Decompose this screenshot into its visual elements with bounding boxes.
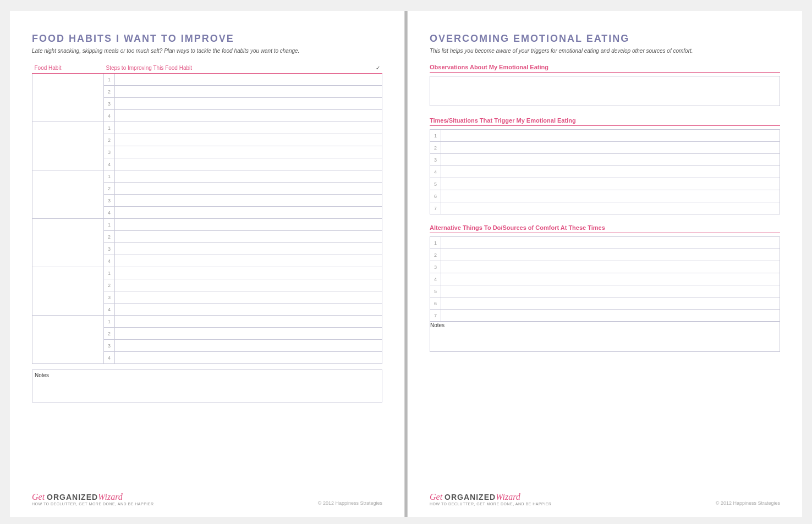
item-number: 2 bbox=[430, 249, 441, 261]
left-footer: Get Organized Wizard HOW TO DECLUTTER, G… bbox=[32, 492, 382, 506]
step-value bbox=[115, 304, 371, 316]
alternatives-label: Alternative Things To Do/Sources of Comf… bbox=[430, 224, 780, 233]
check-cell bbox=[371, 98, 382, 110]
check-cell bbox=[371, 340, 382, 352]
observations-label: Observations About My Emotional Eating bbox=[430, 64, 780, 73]
alternatives-section: Alternative Things To Do/Sources of Comf… bbox=[430, 224, 780, 352]
right-page: OVERCOMING EMOTIONAL EATING This list he… bbox=[408, 11, 802, 517]
step-number: 2 bbox=[104, 134, 115, 146]
item-value bbox=[441, 130, 780, 142]
step-value bbox=[115, 255, 371, 267]
step-number: 3 bbox=[104, 98, 115, 110]
step-number: 3 bbox=[104, 243, 115, 255]
table-row: 1 bbox=[32, 170, 382, 183]
right-notes-section: Notes bbox=[430, 322, 780, 352]
step-number: 1 bbox=[104, 122, 115, 134]
list-item: 6 bbox=[430, 190, 780, 202]
step-value bbox=[115, 170, 371, 183]
food-habits-table: Food Habit Steps to Improving This Food … bbox=[32, 64, 382, 364]
left-logo-tagline: HOW TO DECLUTTER, GET MORE DONE, AND BE … bbox=[32, 502, 153, 506]
check-cell bbox=[371, 267, 382, 279]
list-item: 1 bbox=[430, 130, 780, 142]
list-item: 6 bbox=[430, 297, 780, 310]
item-number: 7 bbox=[430, 202, 441, 214]
right-logo-organized: Organized bbox=[445, 493, 496, 501]
item-value bbox=[441, 310, 780, 322]
check-cell bbox=[371, 231, 382, 243]
step-number: 4 bbox=[104, 207, 115, 219]
step-value bbox=[115, 110, 371, 122]
item-value bbox=[441, 237, 780, 249]
step-number: 3 bbox=[104, 195, 115, 207]
list-item: 5 bbox=[430, 178, 780, 190]
right-logo-wizard: Wizard bbox=[496, 492, 520, 502]
step-number: 1 bbox=[104, 316, 115, 328]
right-title: OVERCOMING EMOTIONAL EATING bbox=[430, 33, 780, 45]
left-logo: Get Organized Wizard HOW TO DECLUTTER, G… bbox=[32, 492, 153, 506]
check-cell bbox=[371, 316, 382, 328]
step-value bbox=[115, 195, 371, 207]
item-value bbox=[441, 142, 780, 154]
step-number: 2 bbox=[104, 279, 115, 291]
item-number: 3 bbox=[430, 261, 441, 273]
item-value bbox=[441, 297, 780, 310]
alternatives-list: 1234567 bbox=[430, 236, 780, 322]
col-steps: Steps to Improving This Food Habit bbox=[104, 64, 371, 74]
page-divider bbox=[405, 11, 407, 517]
item-value bbox=[441, 261, 780, 273]
triggers-section: Times/Situations That Trigger My Emotion… bbox=[430, 117, 780, 214]
item-number: 4 bbox=[430, 273, 441, 285]
check-cell bbox=[371, 74, 382, 86]
check-cell bbox=[371, 207, 382, 219]
habit-cell bbox=[32, 219, 104, 267]
step-number: 2 bbox=[104, 183, 115, 195]
habit-cell bbox=[32, 316, 104, 364]
step-number: 4 bbox=[104, 352, 115, 364]
step-value bbox=[115, 340, 371, 352]
right-logo-get: Get bbox=[430, 492, 442, 502]
observations-box bbox=[430, 76, 780, 106]
check-cell bbox=[371, 255, 382, 267]
list-item: 3 bbox=[430, 154, 780, 166]
triggers-label: Times/Situations That Trigger My Emotion… bbox=[430, 117, 780, 126]
right-subtitle: This list helps you become aware of your… bbox=[430, 48, 780, 54]
step-value bbox=[115, 279, 371, 291]
right-logo-tagline: HOW TO DECLUTTER, GET MORE DONE, AND BE … bbox=[430, 502, 551, 506]
left-logo-get: Get bbox=[32, 492, 45, 502]
item-number: 6 bbox=[430, 297, 441, 310]
list-item: 5 bbox=[430, 285, 780, 297]
left-notes-label: Notes bbox=[35, 372, 380, 378]
triggers-list: 1234567 bbox=[430, 129, 780, 214]
table-row: 1 bbox=[32, 219, 382, 231]
step-value bbox=[115, 74, 371, 86]
check-cell bbox=[371, 110, 382, 122]
item-value bbox=[441, 273, 780, 285]
step-value bbox=[115, 146, 371, 158]
step-number: 4 bbox=[104, 304, 115, 316]
left-notes-section: Notes bbox=[32, 369, 382, 402]
step-number: 2 bbox=[104, 328, 115, 340]
item-number: 5 bbox=[430, 178, 441, 190]
step-value bbox=[115, 328, 371, 340]
step-number: 3 bbox=[104, 146, 115, 158]
table-row: 1 bbox=[32, 316, 382, 328]
check-cell bbox=[371, 328, 382, 340]
habit-cell bbox=[32, 170, 104, 219]
habit-cell bbox=[32, 267, 104, 316]
table-row: 1 bbox=[32, 267, 382, 279]
left-page: FOOD HABITS I WANT TO IMPROVE Late night… bbox=[10, 11, 404, 517]
right-copyright: © 2012 Happiness Strategies bbox=[716, 500, 780, 506]
col-check: ✓ bbox=[371, 64, 382, 74]
left-logo-organized: Organized bbox=[47, 493, 98, 501]
list-item: 7 bbox=[430, 310, 780, 322]
check-cell bbox=[371, 279, 382, 291]
check-cell bbox=[371, 352, 382, 364]
item-value bbox=[441, 190, 780, 202]
check-cell bbox=[371, 291, 382, 304]
step-value bbox=[115, 316, 371, 328]
left-subtitle: Late night snacking, skipping meals or t… bbox=[32, 48, 382, 54]
step-value bbox=[115, 352, 371, 364]
left-copyright: © 2012 Happiness Strategies bbox=[318, 500, 382, 506]
list-item: 4 bbox=[430, 166, 780, 178]
step-value bbox=[115, 158, 371, 170]
